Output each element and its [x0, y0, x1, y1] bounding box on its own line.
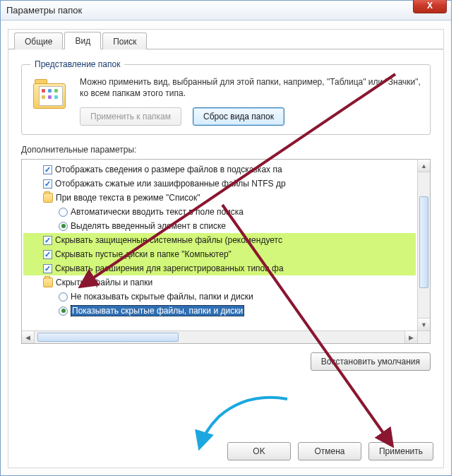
tree-row-label: Скрывать расширения для зарегистрированн… [55, 263, 284, 273]
radio-icon[interactable] [59, 307, 68, 316]
radio-icon[interactable] [59, 292, 68, 302]
scroll-up-icon[interactable]: ▲ [418, 160, 430, 172]
restore-defaults-button[interactable]: Восстановить умолчания [311, 352, 431, 371]
tree-row[interactable]: Не показывать скрытые файлы, папки и дис… [23, 290, 416, 304]
advanced-tree: Отображать сведения о размере файлов в п… [21, 159, 431, 344]
folder-node-icon[interactable] [43, 278, 53, 287]
tree-row-label: Скрытые файлы и папки [56, 278, 152, 287]
tab-strip: Общие Вид Поиск [8, 30, 443, 49]
tree-row-label: Скрывать пустые диски в папке "Компьютер… [55, 249, 232, 259]
tree-row-label: Отображать сведения о размере файлов в п… [55, 165, 282, 174]
checkbox-icon[interactable] [43, 179, 52, 189]
tree-row-label: Не показывать скрытые файлы, папки и дис… [71, 292, 253, 302]
window-title: Параметры папок [6, 5, 82, 16]
tree-row[interactable]: Скрывать пустые диски в папке "Компьютер… [23, 247, 416, 261]
ok-button[interactable]: OK [227, 442, 291, 460]
tree-row[interactable]: Скрывать расширения для зарегистрированн… [23, 261, 416, 275]
folder-icon [30, 76, 70, 116]
advanced-label: Дополнительные параметры: [21, 145, 431, 155]
checkbox-icon[interactable] [43, 264, 52, 273]
tree-row[interactable]: Отображать сжатые или зашифрованные файл… [23, 177, 416, 191]
close-button[interactable]: X [413, 0, 447, 13]
tab-general[interactable]: Общие [14, 32, 63, 49]
checkbox-icon[interactable] [43, 165, 52, 174]
tree-row[interactable]: Показывать скрытые файлы, папки и диски [23, 304, 416, 318]
tree-row[interactable]: Выделять введенный элемент в списке [23, 219, 416, 233]
tree-row[interactable]: Скрытые файлы и папки [23, 275, 416, 290]
radio-icon[interactable] [59, 208, 68, 217]
tree-row[interactable]: Отображать сведения о размере файлов в п… [23, 162, 416, 177]
tree-row[interactable]: Автоматически вводить текст в поле поиск… [23, 205, 416, 219]
vertical-scrollbar[interactable]: ▲ ▼ [417, 160, 430, 331]
folder-view-group: Представление папок Можно применить вид,… [21, 59, 431, 135]
advanced-tree-viewport[interactable]: Отображать сведения о размере файлов в п… [22, 160, 417, 331]
tree-row-label: Отображать сжатые или зашифрованные файл… [55, 179, 286, 189]
horizontal-scrollbar[interactable]: ◀ ▶ [22, 331, 417, 343]
close-icon: X [427, 1, 433, 11]
apply-to-folders-button[interactable]: Применить к папкам [80, 107, 181, 126]
checkbox-icon[interactable] [43, 236, 52, 245]
tree-row-label: Автоматически вводить текст в поле поиск… [71, 207, 244, 217]
hscroll-thumb[interactable] [37, 333, 179, 342]
scroll-left-icon[interactable]: ◀ [22, 331, 35, 343]
reset-folders-button[interactable]: Сброс вида папок [193, 107, 284, 126]
titlebar: Параметры папок X [1, 1, 451, 20]
apply-button[interactable]: Применить [368, 442, 433, 460]
tree-row[interactable]: Скрывать защищенные системные файлы (рек… [23, 233, 416, 247]
cancel-button[interactable]: Отмена [298, 442, 361, 460]
tab-panel-view: Представление папок Можно применить вид,… [8, 49, 443, 378]
folder-node-icon[interactable] [43, 193, 53, 203]
scroll-right-icon[interactable]: ▶ [404, 331, 417, 343]
dialog-button-row: OK Отмена Применить [227, 442, 433, 460]
checkbox-icon[interactable] [43, 250, 52, 259]
tree-row-label: Скрывать защищенные системные файлы (рек… [55, 235, 282, 245]
folder-options-window: Параметры папок X Общие Вид Поиск Предст… [0, 0, 452, 476]
scroll-down-icon[interactable]: ▼ [418, 318, 430, 331]
folder-view-desc: Можно применить вид, выбранный для этой … [80, 76, 421, 99]
tab-search[interactable]: Поиск [102, 32, 147, 49]
folder-view-legend: Представление папок [30, 59, 124, 69]
dialog-content: Общие Вид Поиск Представление папок [8, 29, 444, 468]
vscroll-thumb[interactable] [419, 196, 428, 288]
tab-view[interactable]: Вид [64, 32, 101, 49]
radio-icon[interactable] [59, 222, 68, 231]
tree-row-label: Показывать скрытые файлы, папки и диски [71, 305, 244, 316]
tree-row-label: Выделять введенный элемент в списке [71, 221, 226, 231]
tree-row-label: При вводе текста в режиме "Список" [56, 193, 200, 203]
scroll-corner [417, 331, 430, 343]
tree-row[interactable]: При вводе текста в режиме "Список" [23, 191, 416, 205]
